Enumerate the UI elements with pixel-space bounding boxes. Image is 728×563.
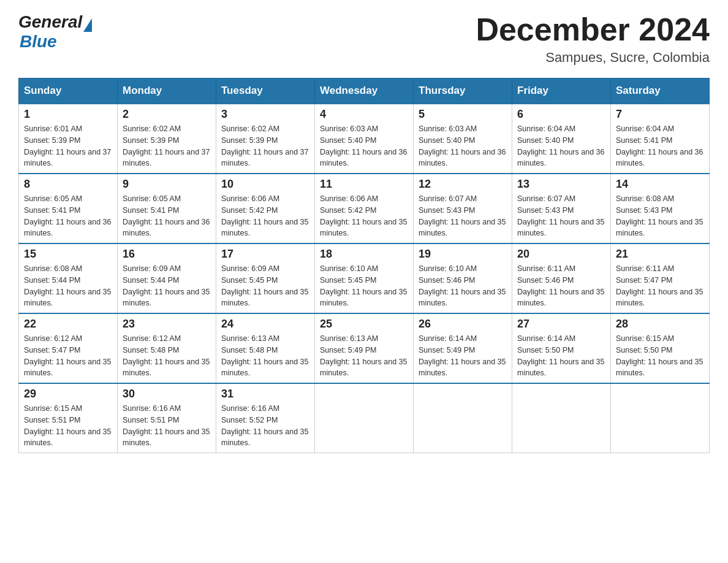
day-info: Sunrise: 6:06 AMSunset: 5:42 PMDaylight:…: [320, 193, 408, 239]
calendar-cell: 11Sunrise: 6:06 AMSunset: 5:42 PMDayligh…: [315, 174, 414, 243]
calendar-cell: 16Sunrise: 6:09 AMSunset: 5:44 PMDayligh…: [118, 243, 216, 313]
week-row-1: 1Sunrise: 6:01 AMSunset: 5:39 PMDaylight…: [19, 104, 710, 174]
day-info: Sunrise: 6:12 AMSunset: 5:47 PMDaylight:…: [24, 333, 112, 379]
day-number: 15: [24, 248, 112, 261]
day-info: Sunrise: 6:11 AMSunset: 5:47 PMDaylight:…: [616, 263, 704, 309]
day-number: 9: [123, 178, 211, 191]
day-info: Sunrise: 6:09 AMSunset: 5:44 PMDaylight:…: [123, 263, 211, 309]
day-info: Sunrise: 6:14 AMSunset: 5:49 PMDaylight:…: [419, 333, 507, 379]
day-info: Sunrise: 6:15 AMSunset: 5:50 PMDaylight:…: [616, 333, 704, 379]
day-info: Sunrise: 6:09 AMSunset: 5:45 PMDaylight:…: [221, 263, 309, 309]
calendar-cell: 22Sunrise: 6:12 AMSunset: 5:47 PMDayligh…: [19, 313, 118, 383]
day-number: 16: [123, 248, 211, 261]
day-info: Sunrise: 6:10 AMSunset: 5:46 PMDaylight:…: [419, 263, 507, 309]
day-number: 6: [517, 108, 605, 121]
page-header: General Blue December 2024 Sampues, Sucr…: [18, 12, 710, 66]
day-number: 21: [616, 248, 704, 261]
day-info: Sunrise: 6:02 AMSunset: 5:39 PMDaylight:…: [221, 123, 309, 169]
day-info: Sunrise: 6:03 AMSunset: 5:40 PMDaylight:…: [419, 123, 507, 169]
calendar-cell: 2Sunrise: 6:02 AMSunset: 5:39 PMDaylight…: [118, 104, 216, 174]
day-info: Sunrise: 6:12 AMSunset: 5:48 PMDaylight:…: [123, 333, 211, 379]
day-info: Sunrise: 6:01 AMSunset: 5:39 PMDaylight:…: [24, 123, 112, 169]
calendar-cell: 27Sunrise: 6:14 AMSunset: 5:50 PMDayligh…: [512, 313, 611, 383]
location-subtitle: Sampues, Sucre, Colombia: [476, 50, 710, 66]
day-header-wednesday: Wednesday: [315, 79, 414, 104]
days-header-row: SundayMondayTuesdayWednesdayThursdayFrid…: [19, 79, 710, 104]
calendar-cell: 1Sunrise: 6:01 AMSunset: 5:39 PMDaylight…: [19, 104, 118, 174]
week-row-5: 29Sunrise: 6:15 AMSunset: 5:51 PMDayligh…: [19, 383, 710, 453]
day-info: Sunrise: 6:16 AMSunset: 5:51 PMDaylight:…: [123, 403, 211, 449]
calendar-cell: 30Sunrise: 6:16 AMSunset: 5:51 PMDayligh…: [118, 383, 216, 453]
calendar-cell: 23Sunrise: 6:12 AMSunset: 5:48 PMDayligh…: [118, 313, 216, 383]
title-block: December 2024 Sampues, Sucre, Colombia: [476, 12, 710, 66]
day-number: 27: [517, 318, 605, 331]
calendar-cell: 9Sunrise: 6:05 AMSunset: 5:41 PMDaylight…: [118, 174, 216, 243]
calendar-cell: 20Sunrise: 6:11 AMSunset: 5:46 PMDayligh…: [512, 243, 611, 313]
calendar-cell: [611, 383, 710, 453]
calendar-cell: 6Sunrise: 6:04 AMSunset: 5:40 PMDaylight…: [512, 104, 611, 174]
day-number: 2: [123, 108, 211, 121]
day-number: 4: [320, 108, 408, 121]
day-number: 11: [320, 178, 408, 191]
day-number: 14: [616, 178, 704, 191]
day-header-tuesday: Tuesday: [216, 79, 315, 104]
day-number: 30: [123, 388, 211, 400]
calendar-cell: 28Sunrise: 6:15 AMSunset: 5:50 PMDayligh…: [611, 313, 710, 383]
logo: General Blue: [18, 12, 92, 52]
month-title: December 2024: [476, 12, 710, 47]
day-number: 1: [24, 108, 112, 121]
day-number: 28: [616, 318, 704, 331]
calendar-cell: 24Sunrise: 6:13 AMSunset: 5:48 PMDayligh…: [216, 313, 315, 383]
day-info: Sunrise: 6:07 AMSunset: 5:43 PMDaylight:…: [517, 193, 605, 239]
day-number: 26: [419, 318, 507, 331]
day-info: Sunrise: 6:06 AMSunset: 5:42 PMDaylight:…: [221, 193, 309, 239]
calendar-cell: 10Sunrise: 6:06 AMSunset: 5:42 PMDayligh…: [216, 174, 315, 243]
day-info: Sunrise: 6:05 AMSunset: 5:41 PMDaylight:…: [24, 193, 112, 239]
day-info: Sunrise: 6:08 AMSunset: 5:43 PMDaylight:…: [616, 193, 704, 239]
calendar-cell: [414, 383, 512, 453]
calendar-cell: 13Sunrise: 6:07 AMSunset: 5:43 PMDayligh…: [512, 174, 611, 243]
day-number: 24: [221, 318, 309, 331]
calendar-cell: 31Sunrise: 6:16 AMSunset: 5:52 PMDayligh…: [216, 383, 315, 453]
calendar-cell: 29Sunrise: 6:15 AMSunset: 5:51 PMDayligh…: [19, 383, 118, 453]
day-info: Sunrise: 6:13 AMSunset: 5:49 PMDaylight:…: [320, 333, 408, 379]
day-number: 22: [24, 318, 112, 331]
day-info: Sunrise: 6:10 AMSunset: 5:45 PMDaylight:…: [320, 263, 408, 309]
day-number: 31: [221, 388, 309, 400]
calendar-cell: 21Sunrise: 6:11 AMSunset: 5:47 PMDayligh…: [611, 243, 710, 313]
calendar-table: SundayMondayTuesdayWednesdayThursdayFrid…: [18, 78, 710, 453]
calendar-cell: 19Sunrise: 6:10 AMSunset: 5:46 PMDayligh…: [414, 243, 512, 313]
calendar-cell: 7Sunrise: 6:04 AMSunset: 5:41 PMDaylight…: [611, 104, 710, 174]
day-number: 19: [419, 248, 507, 261]
week-row-3: 15Sunrise: 6:08 AMSunset: 5:44 PMDayligh…: [19, 243, 710, 313]
day-header-monday: Monday: [118, 79, 216, 104]
day-info: Sunrise: 6:15 AMSunset: 5:51 PMDaylight:…: [24, 403, 112, 449]
day-info: Sunrise: 6:13 AMSunset: 5:48 PMDaylight:…: [221, 333, 309, 379]
day-header-sunday: Sunday: [19, 79, 118, 104]
calendar-cell: 12Sunrise: 6:07 AMSunset: 5:43 PMDayligh…: [414, 174, 512, 243]
day-info: Sunrise: 6:04 AMSunset: 5:41 PMDaylight:…: [616, 123, 704, 169]
calendar-cell: 8Sunrise: 6:05 AMSunset: 5:41 PMDaylight…: [19, 174, 118, 243]
calendar-cell: 3Sunrise: 6:02 AMSunset: 5:39 PMDaylight…: [216, 104, 315, 174]
day-info: Sunrise: 6:05 AMSunset: 5:41 PMDaylight:…: [123, 193, 211, 239]
day-number: 7: [616, 108, 704, 121]
day-header-saturday: Saturday: [611, 79, 710, 104]
logo-general-text: General: [18, 12, 82, 32]
calendar-cell: 17Sunrise: 6:09 AMSunset: 5:45 PMDayligh…: [216, 243, 315, 313]
calendar-cell: 4Sunrise: 6:03 AMSunset: 5:40 PMDaylight…: [315, 104, 414, 174]
calendar-cell: [315, 383, 414, 453]
day-info: Sunrise: 6:04 AMSunset: 5:40 PMDaylight:…: [517, 123, 605, 169]
day-number: 23: [123, 318, 211, 331]
day-number: 18: [320, 248, 408, 261]
day-info: Sunrise: 6:07 AMSunset: 5:43 PMDaylight:…: [419, 193, 507, 239]
logo-triangle-icon: [83, 18, 92, 32]
day-number: 25: [320, 318, 408, 331]
day-info: Sunrise: 6:14 AMSunset: 5:50 PMDaylight:…: [517, 333, 605, 379]
day-number: 20: [517, 248, 605, 261]
day-info: Sunrise: 6:02 AMSunset: 5:39 PMDaylight:…: [123, 123, 211, 169]
day-info: Sunrise: 6:03 AMSunset: 5:40 PMDaylight:…: [320, 123, 408, 169]
week-row-4: 22Sunrise: 6:12 AMSunset: 5:47 PMDayligh…: [19, 313, 710, 383]
calendar-cell: 14Sunrise: 6:08 AMSunset: 5:43 PMDayligh…: [611, 174, 710, 243]
day-number: 29: [24, 388, 112, 400]
calendar-cell: 26Sunrise: 6:14 AMSunset: 5:49 PMDayligh…: [414, 313, 512, 383]
